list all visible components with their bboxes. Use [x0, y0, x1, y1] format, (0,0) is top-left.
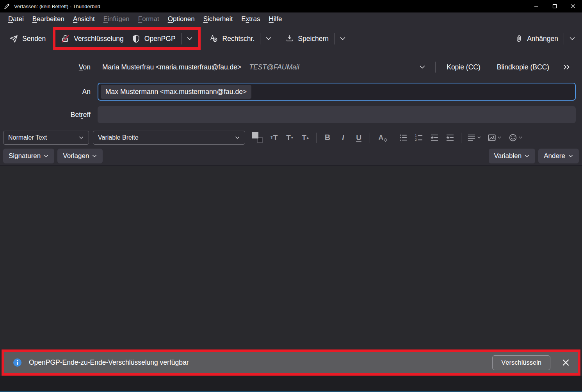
format-toolbar: Normaler Text Variable Breite TT T▾ T▴ B…: [0, 129, 582, 146]
spellcheck-button[interactable]: Rechtschr.: [205, 30, 259, 47]
chevron-down-icon: [569, 35, 576, 42]
bullet-list-button[interactable]: [397, 131, 410, 145]
menu-item-optionen[interactable]: Optionen: [164, 15, 199, 23]
templates-button[interactable]: Vorlagen: [57, 149, 103, 163]
format-separator: [316, 133, 317, 143]
attach-dropdown-button[interactable]: [566, 30, 579, 47]
openpgp-button[interactable]: OpenPGP: [128, 30, 180, 47]
pencil-icon: [4, 3, 10, 9]
numbered-list-button[interactable]: 1 2: [412, 131, 425, 145]
indent-button[interactable]: [443, 131, 457, 145]
double-chevron-icon: [562, 63, 571, 71]
bold-button[interactable]: B: [321, 131, 334, 145]
svg-text:2: 2: [415, 138, 417, 142]
lock-slash-icon: [61, 34, 70, 43]
window-title: Verfassen: (kein Betreff) - Thunderbird: [14, 4, 100, 9]
italic-button[interactable]: I: [336, 131, 350, 145]
bullet-list-icon: [399, 133, 408, 142]
close-button[interactable]: [564, 0, 582, 12]
to-label: An: [0, 88, 91, 96]
encryption-notification-bar: OpenPGP-Ende-zu-Ende-Verschlüsselung ver…: [4, 352, 578, 373]
chevron-down-icon: [92, 153, 97, 159]
info-icon: [13, 358, 22, 367]
other-button[interactable]: Andere: [538, 149, 579, 163]
spellcheck-dropdown-button[interactable]: [262, 30, 275, 47]
save-button[interactable]: Speichern: [281, 30, 333, 47]
save-dropdown-button[interactable]: [336, 30, 349, 47]
chevron-down-icon: [477, 135, 481, 140]
signatures-button[interactable]: Signaturen: [3, 149, 54, 163]
minimize-button[interactable]: [527, 0, 545, 12]
toolbar-separator: [260, 33, 260, 44]
insert-image-button[interactable]: [485, 131, 504, 145]
menu-item-einfgen[interactable]: Einfügen: [99, 15, 134, 23]
chevron-down-icon: [497, 135, 502, 140]
format-separator: [392, 133, 392, 143]
bcc-button[interactable]: Blindkopie (BCC): [495, 61, 551, 74]
openpgp-dropdown-button[interactable]: [183, 30, 196, 47]
text-color-picker[interactable]: [252, 132, 263, 143]
font-size-button[interactable]: TT: [267, 131, 281, 145]
toolbar-separator: [181, 33, 182, 44]
menu-item-bearbeiten[interactable]: Bearbeiten: [28, 15, 69, 23]
menu-item-sicherheit[interactable]: Sicherheit: [199, 15, 237, 23]
variables-button[interactable]: Variablen: [489, 149, 536, 163]
font-face-select[interactable]: Variable Breite: [93, 131, 245, 145]
menu-item-format[interactable]: Format: [134, 15, 164, 23]
from-value[interactable]: Maria Musterfrau <maria.musterfrau@fau.d…: [102, 63, 241, 71]
toolbar-separator: [334, 33, 335, 44]
remove-formatting-button[interactable]: A: [374, 131, 388, 145]
svg-text:1: 1: [415, 134, 417, 137]
numbered-list-icon: 1 2: [415, 133, 423, 142]
to-input[interactable]: Max Mustermann <max.mustermann@fau.de>: [98, 83, 576, 101]
annotation-box-encryption: Verschlüsselung OpenPGP: [53, 27, 200, 50]
menu-item-datei[interactable]: Datei: [4, 15, 28, 23]
message-body-editor[interactable]: [0, 165, 582, 349]
chevron-down-icon: [235, 135, 240, 140]
menu-item-extras[interactable]: Extras: [237, 15, 264, 23]
outdent-button[interactable]: [428, 131, 441, 145]
message-headers: Von Maria Musterfrau <maria.musterfrau@f…: [0, 51, 582, 129]
smiley-button[interactable]: [506, 131, 525, 145]
header-separator: [435, 62, 436, 73]
underline-button[interactable]: U: [352, 131, 365, 145]
indent-icon: [446, 133, 454, 142]
chevron-down-icon: [419, 64, 426, 71]
paperclip-icon: [514, 34, 523, 43]
menu-item-hilfe[interactable]: Hilfe: [265, 15, 287, 23]
close-icon: [562, 359, 570, 366]
insert-bar: Signaturen Vorlagen Variablen Andere: [0, 146, 582, 165]
paragraph-style-select[interactable]: Normaler Text: [3, 131, 89, 145]
image-icon: [488, 133, 496, 142]
minimize-icon: [534, 4, 539, 9]
cc-button[interactable]: Kopie (CC): [445, 61, 482, 74]
chevron-down-icon: [524, 153, 530, 159]
format-separator: [461, 133, 461, 143]
spellcheck-icon: [209, 34, 219, 43]
close-icon: [571, 4, 575, 9]
window-titlebar: Verfassen: (kein Betreff) - Thunderbird: [0, 0, 582, 12]
menu-item-ansicht[interactable]: Ansicht: [69, 15, 99, 23]
send-icon: [9, 34, 18, 43]
annotation-box-notification: OpenPGP-Ende-zu-Ende-Verschlüsselung ver…: [2, 349, 580, 376]
from-dropdown-button[interactable]: [419, 64, 426, 71]
encryption-button[interactable]: Verschlüsselung: [57, 30, 127, 47]
encrypt-button[interactable]: Verschlüsseln: [492, 355, 550, 370]
increase-font-button[interactable]: T▴: [299, 131, 312, 145]
decrease-font-button[interactable]: T▾: [283, 131, 296, 145]
notification-text: OpenPGP-Ende-zu-Ende-Verschlüsselung ver…: [29, 358, 189, 367]
outdent-icon: [430, 133, 439, 142]
more-recipients-button[interactable]: [562, 63, 571, 71]
status-bar: [0, 376, 582, 392]
eraser-icon: [384, 138, 388, 142]
recipient-pill[interactable]: Max Mustermann <max.mustermann@fau.de>: [101, 85, 251, 99]
chevron-down-icon: [265, 35, 272, 42]
maximize-button[interactable]: [545, 0, 564, 12]
alignment-button[interactable]: [466, 131, 483, 145]
subject-input[interactable]: [98, 106, 576, 123]
notification-close-button[interactable]: [559, 355, 572, 370]
send-button[interactable]: Senden: [5, 30, 50, 47]
attach-button[interactable]: Anhängen: [511, 30, 562, 47]
smiley-icon: [509, 133, 517, 142]
format-separator: [370, 133, 370, 143]
